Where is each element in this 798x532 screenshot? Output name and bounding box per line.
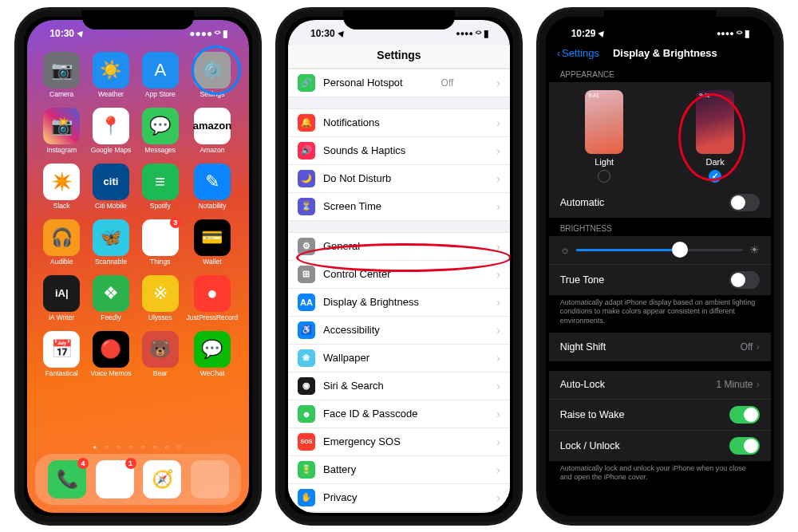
phone-home: 10:30 ●●●● ⌔ ▮ 📷Camera☀️WeatherAApp Stor… xyxy=(14,7,262,526)
app-camera[interactable]: 📷Camera xyxy=(38,52,85,106)
app-label: iA Writer xyxy=(49,313,74,321)
app-icon: 📞4 xyxy=(48,460,86,499)
raise-label: Raise to Wake xyxy=(560,409,625,420)
brightness-slider-row: ☼ ☀ xyxy=(549,236,771,265)
app-label: JustPressRecord xyxy=(187,313,239,321)
settings-row-screen-time[interactable]: ⏳Screen Time› xyxy=(288,193,510,221)
settings-row-accessibility[interactable]: ♿Accessibility› xyxy=(288,317,510,345)
app-gmail[interactable]: M1 xyxy=(96,460,134,499)
app-voice-memos[interactable]: 🔴Voice Memos xyxy=(88,331,134,385)
app-wallet[interactable]: 💳Wallet xyxy=(187,219,239,274)
app-icon: A xyxy=(142,52,179,89)
app-icon: 📍 xyxy=(93,108,129,144)
app-label: WeChat xyxy=(200,369,225,377)
app-label: Audible xyxy=(50,258,73,266)
settings-row-display-brightness[interactable]: AADisplay & Brightness› xyxy=(288,289,510,317)
app-audible[interactable]: 🎧Audible xyxy=(38,219,85,274)
automatic-toggle[interactable] xyxy=(729,194,760,211)
settings-row-notifications[interactable]: 🔔Notifications› xyxy=(288,109,510,137)
app-icon: ● xyxy=(194,275,231,312)
app-scannable[interactable]: 🦋Scannable xyxy=(88,219,134,274)
nav-title: Display & Brightness xyxy=(599,47,731,59)
row-label: Personal Hotspot xyxy=(323,77,403,89)
automatic-row[interactable]: Automatic xyxy=(549,187,771,218)
app-bear[interactable]: 🐻Bear xyxy=(137,331,184,385)
signal-icon: ●●●● xyxy=(189,28,212,39)
row-icon: SOS xyxy=(298,433,315,451)
lock-toggle[interactable] xyxy=(729,437,760,455)
status-time: 10:30 xyxy=(49,28,74,39)
app-amazon[interactable]: amazonAmazon xyxy=(187,108,239,162)
settings-row-wallpaper[interactable]: ❀Wallpaper› xyxy=(288,345,510,372)
app-ulysses[interactable]: ※Ulysses xyxy=(137,275,184,329)
row-icon: 🔗 xyxy=(298,74,315,92)
app-label: Messages xyxy=(144,146,176,154)
brightness-header: BRIGHTNESS xyxy=(549,218,771,236)
page-dots[interactable]: ● ○ ○ ○ ○ ○ ○ ○ xyxy=(27,440,249,454)
row-icon: ♿ xyxy=(298,321,315,339)
app-google-maps[interactable]: 📍Google Maps xyxy=(88,108,134,162)
sun-high-icon: ☀ xyxy=(749,243,760,256)
autolock-row[interactable]: Auto-Lock 1 Minute › xyxy=(549,371,771,400)
app-safari[interactable]: 🧭 xyxy=(143,460,181,499)
location-icon xyxy=(338,28,345,39)
app-spotify[interactable]: ≡Spotify xyxy=(137,164,184,218)
app-icon: ※ xyxy=(142,275,179,312)
app-icon: 📅 xyxy=(43,331,80,368)
nightshift-row[interactable]: Night Shift Off › xyxy=(549,333,771,361)
battery-icon: ▮ xyxy=(484,28,489,39)
settings-row-siri-search[interactable]: ◉Siri & Search› xyxy=(288,372,510,400)
row-value: Off xyxy=(441,77,454,89)
raise-toggle[interactable] xyxy=(729,406,760,424)
app-feedly[interactable]: ❖Feedly xyxy=(88,275,134,329)
row-icon: 🔔 xyxy=(298,114,315,132)
app-label: Instagram xyxy=(46,146,77,154)
settings-row-sounds-haptics[interactable]: 🔊Sounds & Haptics› xyxy=(288,137,510,165)
app-things[interactable]: ☑3Things xyxy=(137,219,184,274)
status-time: 10:29 xyxy=(571,28,596,39)
app-weather[interactable]: ☀️Weather xyxy=(88,52,134,106)
settings-row-privacy[interactable]: ✋Privacy› xyxy=(288,484,510,512)
app-slack[interactable]: ✴️Slack xyxy=(38,164,85,218)
truetone-row[interactable]: True Tone xyxy=(549,265,771,295)
nightshift-label: Night Shift xyxy=(560,341,606,353)
settings-row-personal-hotspot[interactable]: 🔗Personal HotspotOff› xyxy=(288,69,510,97)
back-button[interactable]: ‹Settings xyxy=(557,47,599,59)
app-wechat[interactable]: 💬WeChat xyxy=(187,331,239,385)
truetone-toggle[interactable] xyxy=(729,271,760,289)
app-app-store[interactable]: AApp Store xyxy=(137,52,184,106)
settings-row-face-id-passcode[interactable]: ☻Face ID & Passcode› xyxy=(288,400,510,428)
truetone-label: True Tone xyxy=(560,274,605,286)
app-fantastical[interactable]: 📅Fantastical xyxy=(38,331,85,385)
light-radio[interactable] xyxy=(598,170,610,183)
lock-caption: Automatically lock and unlock your iPhon… xyxy=(549,461,771,489)
app-justpressrecord[interactable]: ●JustPressRecord xyxy=(187,275,239,329)
app-citi-mobile[interactable]: citiCiti Mobile xyxy=(88,164,134,218)
wifi-icon: ⌔ xyxy=(476,28,481,39)
row-icon: ⏳ xyxy=(298,198,315,215)
settings-row-emergency-sos[interactable]: SOSEmergency SOS› xyxy=(288,428,510,456)
lock-row[interactable]: Lock / Unlock xyxy=(549,431,771,461)
row-icon: AA xyxy=(298,294,315,311)
app-icon: ≡ xyxy=(142,164,179,200)
app-folder[interactable] xyxy=(191,460,229,499)
raise-row[interactable]: Raise to Wake xyxy=(549,400,771,431)
autolock-label: Auto-Lock xyxy=(560,379,605,390)
app-label: Google Maps xyxy=(91,146,132,154)
settings-row-battery[interactable]: 🔋Battery› xyxy=(288,456,510,484)
highlight-display-brightness xyxy=(296,243,510,272)
appearance-light[interactable]: 9:41 Light xyxy=(585,90,623,183)
app-phone[interactable]: 📞4 xyxy=(48,460,86,499)
settings-row-do-not-disturb[interactable]: 🌙Do Not Disturb› xyxy=(288,165,510,193)
chevron-right-icon: › xyxy=(756,379,759,390)
dock: 📞4M1🧭 xyxy=(35,454,241,505)
app-label: Ulysses xyxy=(148,313,172,321)
app-notability[interactable]: ✎Notability xyxy=(187,164,239,218)
app-icon: 📸 xyxy=(43,108,80,144)
brightness-slider[interactable] xyxy=(576,249,742,251)
app-ia-writer[interactable]: iA|iA Writer xyxy=(38,275,85,329)
notch xyxy=(604,10,716,30)
app-instagram[interactable]: 📸Instagram xyxy=(38,108,85,162)
app-messages[interactable]: 💬Messages xyxy=(137,108,184,162)
row-label: Siri & Search xyxy=(323,380,384,392)
